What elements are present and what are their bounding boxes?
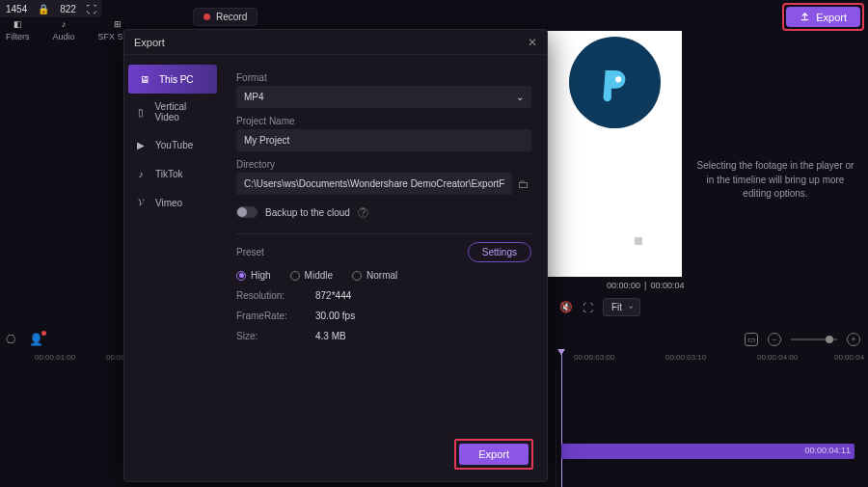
time-current: 00:00:00 xyxy=(607,281,640,290)
export-button[interactable]: Export xyxy=(459,444,529,465)
dest-youtube[interactable]: ▶ YouTube xyxy=(124,130,221,159)
resolution-label: Resolution: xyxy=(236,290,298,301)
dest-label: TikTok xyxy=(155,169,183,179)
canvas-width: 1454 xyxy=(0,2,33,16)
chevron-down-icon: ⌄ xyxy=(516,92,524,102)
expand-icon[interactable]: ⛶ xyxy=(82,2,101,16)
settings-button[interactable]: Settings xyxy=(468,242,531,262)
vimeo-icon: 𝓥 xyxy=(134,196,148,209)
canvas-dimensions: 1454 🔒 822 ⛶ xyxy=(0,0,101,17)
close-icon[interactable]: ✕ xyxy=(528,36,537,49)
phone-icon: ▯ xyxy=(134,105,147,119)
record-icon xyxy=(203,14,210,20)
zoom-slider[interactable] xyxy=(791,338,837,340)
backup-label: Backup to the cloud xyxy=(265,207,350,218)
help-icon[interactable]: ? xyxy=(358,207,368,218)
format-value: MP4 xyxy=(244,92,264,102)
ruler-tick: 00:00:04:00 xyxy=(757,353,798,362)
sfx-icon: ⊞ xyxy=(111,17,124,31)
playhead[interactable] xyxy=(561,353,562,487)
dest-label: YouTube xyxy=(155,140,193,150)
tab-label: Audio xyxy=(53,32,75,41)
resolution-value: 872*444 xyxy=(315,290,351,301)
preset-normal[interactable]: Normal xyxy=(352,270,397,281)
ruler-tick: 00:00:03:00 xyxy=(574,353,614,362)
filters-icon: ◧ xyxy=(11,17,24,31)
project-name-input[interactable] xyxy=(236,129,531,151)
zoom-slider-thumb[interactable] xyxy=(826,336,833,343)
clip-end-time: 00:00:04:11 xyxy=(804,446,851,455)
preset-high[interactable]: High xyxy=(236,270,271,281)
dest-vertical[interactable]: ▯ Vertical Video xyxy=(124,94,221,130)
tab-filters[interactable]: ◧ Filters xyxy=(6,17,30,41)
side-panel-message: Selecting the footage in the player or i… xyxy=(692,159,858,202)
zoom-fit-select[interactable]: Fit xyxy=(603,298,640,316)
framerate-value: 30.00 fps xyxy=(315,311,355,321)
aspect-icon[interactable]: ▭ xyxy=(745,333,758,346)
fit-label: Fit xyxy=(611,302,622,312)
monitor-icon: 🖥 xyxy=(138,72,151,86)
radio-icon xyxy=(236,271,246,281)
export-button-highlight: Export xyxy=(454,439,533,470)
fullscreen-icon[interactable]: ⛶ xyxy=(583,302,593,313)
timeline-tools: ⎔ 👤 xyxy=(6,333,43,346)
ruler-tick: 00:00:04 xyxy=(834,353,864,362)
size-value: 4.3 MB xyxy=(315,331,346,341)
youtube-icon: ▶ xyxy=(134,138,148,151)
export-top-highlight: Export xyxy=(782,3,864,31)
cut-tool-icon[interactable]: ⎔ xyxy=(6,333,15,346)
export-top-label: Export xyxy=(816,12,847,23)
export-destinations: 🖥 This PC ▯ Vertical Video ▶ YouTube ♪ T… xyxy=(124,55,221,429)
lock-icon[interactable]: 🔒 xyxy=(33,2,54,16)
tab-label: Filters xyxy=(6,32,30,41)
dest-label: Vimeo xyxy=(155,198,182,208)
dest-label: This PC xyxy=(159,74,194,85)
preview-logo xyxy=(569,37,661,128)
zoom-in-icon[interactable]: + xyxy=(847,333,860,346)
preview-canvas[interactable] xyxy=(547,31,682,277)
export-dialog: Export ✕ 🖥 This PC ▯ Vertical Video ▶ Yo… xyxy=(123,29,548,482)
time-total: 00:00:04 xyxy=(650,281,684,290)
track-divider xyxy=(556,370,556,487)
time-sep: | xyxy=(644,281,646,290)
svg-point-1 xyxy=(615,76,621,82)
dest-tiktok[interactable]: ♪ TikTok xyxy=(124,159,221,188)
mute-icon[interactable]: 🔇 xyxy=(559,301,573,313)
upload-icon xyxy=(800,11,810,23)
size-label: Size: xyxy=(236,331,298,341)
record-label: Record xyxy=(216,12,247,22)
canvas-height: 822 xyxy=(54,2,82,16)
divider xyxy=(236,233,531,234)
zoom-out-icon[interactable]: − xyxy=(768,333,781,346)
preview-time: 00:00:00 | 00:00:04 xyxy=(607,281,684,290)
format-select[interactable]: MP4 ⌄ xyxy=(236,86,531,108)
record-button[interactable]: Record xyxy=(193,8,258,26)
backup-toggle[interactable] xyxy=(236,206,258,218)
export-top-button[interactable]: Export xyxy=(786,7,860,27)
framerate-label: FrameRate: xyxy=(236,311,298,321)
resize-handle[interactable] xyxy=(635,237,642,245)
radio-icon xyxy=(352,271,362,281)
directory-label: Directory xyxy=(236,159,531,170)
dialog-title: Export xyxy=(134,37,165,48)
preset-label: Preset xyxy=(236,247,264,257)
radio-icon xyxy=(290,271,300,281)
tiktok-icon: ♪ xyxy=(134,167,148,180)
dest-label: Vertical Video xyxy=(154,101,211,122)
directory-input[interactable] xyxy=(236,173,512,195)
project-name-label: Project Name xyxy=(236,116,531,126)
ruler-tick: 00:00:01:00 xyxy=(35,353,75,362)
audio-icon: ♪ xyxy=(57,17,70,31)
format-label: Format xyxy=(236,72,531,83)
preset-middle[interactable]: Middle xyxy=(290,270,333,281)
dest-vimeo[interactable]: 𝓥 Vimeo xyxy=(124,188,221,217)
ruler-tick: 00:00:03:10 xyxy=(665,353,706,362)
dest-this-pc[interactable]: 🖥 This PC xyxy=(128,65,217,94)
marker-tool-icon[interactable]: 👤 xyxy=(29,333,43,346)
tab-audio[interactable]: ♪ Audio xyxy=(53,17,75,41)
folder-icon[interactable]: 🗀 xyxy=(512,177,531,191)
